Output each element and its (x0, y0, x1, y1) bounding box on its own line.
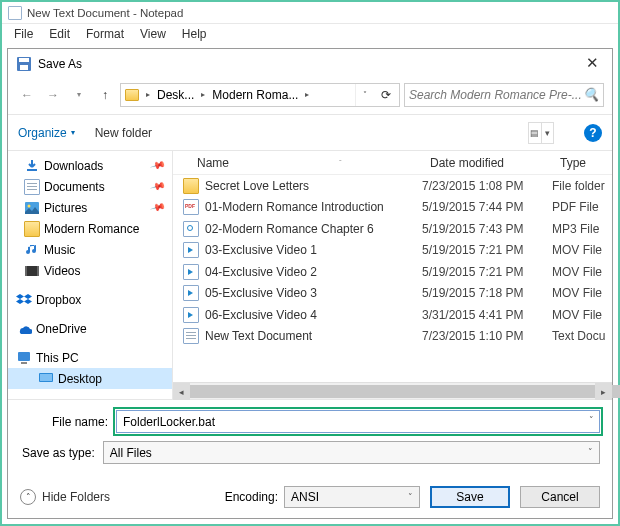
file-name: 04-Exclusive Video 2 (205, 265, 422, 279)
chevron-right-icon[interactable]: ▸ (143, 90, 153, 99)
address-dropdown[interactable]: ˅ (355, 84, 373, 106)
save-button[interactable]: Save (430, 486, 510, 508)
pictures-icon (24, 200, 40, 216)
horizontal-scrollbar[interactable]: ◂ ▸ (173, 382, 612, 399)
nav-back-button[interactable]: ← (16, 84, 38, 106)
sidebar-item-modern-romance[interactable]: Modern Romance (8, 218, 172, 239)
chevron-down-icon: ▾ (71, 128, 75, 137)
file-row[interactable]: 02-Modern Romance Chapter 65/19/2015 7:4… (173, 218, 612, 240)
sidebar-item-desktop[interactable]: Desktop (8, 368, 172, 389)
document-icon (24, 179, 40, 195)
hide-folders-button[interactable]: ˄ Hide Folders (20, 489, 110, 505)
filename-input[interactable] (116, 410, 600, 433)
mp3-icon (183, 221, 199, 237)
txt-icon (183, 328, 199, 344)
music-icon (24, 242, 40, 258)
view-mode-icon: ▤ (529, 123, 542, 143)
svg-rect-8 (18, 352, 30, 361)
sidebar-item-this-pc[interactable]: This PC (8, 347, 172, 368)
notepad-title: New Text Document - Notepad (27, 7, 183, 19)
sidebar-item-onedrive[interactable]: OneDrive (8, 318, 172, 339)
sidebar-item-pictures[interactable]: Pictures📌 (8, 197, 172, 218)
folder-icon (183, 178, 199, 194)
file-row[interactable]: 06-Exclusive Video 43/31/2015 4:41 PMMOV… (173, 304, 612, 326)
sidebar-item-documents[interactable]: Documents📌 (8, 176, 172, 197)
desktop-icon (38, 371, 54, 387)
column-name[interactable]: Nameˆ (189, 156, 422, 170)
nav-forward-button: → (42, 84, 64, 106)
cancel-button[interactable]: Cancel (520, 486, 600, 508)
mov-icon (183, 307, 199, 323)
menu-view[interactable]: View (132, 25, 174, 43)
path-segment[interactable]: Modern Roma... (208, 84, 302, 106)
this-pc-icon (16, 350, 32, 366)
file-row[interactable]: Secret Love Letters7/23/2015 1:08 PMFile… (173, 175, 612, 197)
close-button[interactable]: ✕ (572, 49, 612, 77)
encoding-select[interactable]: ANSI ˅ (284, 486, 420, 508)
file-name: 06-Exclusive Video 4 (205, 308, 422, 322)
menu-edit[interactable]: Edit (41, 25, 78, 43)
menu-format[interactable]: Format (78, 25, 132, 43)
mov-icon (183, 264, 199, 280)
mov-icon (183, 285, 199, 301)
file-list: Secret Love Letters7/23/2015 1:08 PMFile… (173, 175, 612, 382)
file-date: 5/19/2015 7:21 PM (422, 265, 552, 279)
chevron-down-icon: ˅ (588, 447, 593, 457)
chevron-up-icon: ˄ (20, 489, 36, 505)
refresh-button[interactable]: ⟳ (373, 84, 399, 106)
chevron-down-icon[interactable]: ˅ (589, 415, 594, 425)
path-segment[interactable]: Desk... (153, 84, 198, 106)
sidebar-item-music[interactable]: Music (8, 239, 172, 260)
scroll-right-button[interactable]: ▸ (595, 383, 612, 400)
download-icon (24, 158, 40, 174)
search-icon[interactable]: 🔍 (583, 87, 599, 102)
file-row[interactable]: 05-Exclusive Video 35/19/2015 7:18 PMMOV… (173, 283, 612, 305)
svg-rect-5 (25, 266, 39, 276)
save-as-icon (16, 56, 32, 72)
mov-icon (183, 242, 199, 258)
svg-rect-2 (20, 65, 28, 70)
file-date: 5/19/2015 7:44 PM (422, 200, 552, 214)
file-row[interactable]: 04-Exclusive Video 25/19/2015 7:21 PMMOV… (173, 261, 612, 283)
file-name: Secret Love Letters (205, 179, 422, 193)
file-row[interactable]: New Text Document7/23/2015 1:10 PMText D… (173, 326, 612, 348)
organize-button[interactable]: Organize ▾ (18, 126, 75, 140)
column-date[interactable]: Date modified (422, 156, 552, 170)
saveastype-select[interactable]: All Files ˅ (103, 441, 600, 464)
menu-help[interactable]: Help (174, 25, 215, 43)
file-type: Text Docu (552, 329, 612, 343)
file-row[interactable]: PDF01-Modern Romance Introduction5/19/20… (173, 197, 612, 219)
svg-rect-9 (21, 362, 27, 364)
svg-point-4 (28, 204, 31, 207)
file-name: 01-Modern Romance Introduction (205, 200, 422, 214)
notepad-icon (8, 6, 22, 20)
address-bar[interactable]: ▸ Desk... ▸ Modern Roma... ▸ ˅ ⟳ (120, 83, 400, 107)
sort-asc-icon: ˆ (339, 158, 342, 167)
scroll-thumb[interactable] (190, 385, 620, 398)
file-date: 5/19/2015 7:21 PM (422, 243, 552, 257)
nav-recent-dropdown[interactable]: ▾ (68, 84, 90, 106)
file-name: 05-Exclusive Video 3 (205, 286, 422, 300)
save-as-dialog: Save As ✕ ← → ▾ ↑ ▸ Desk... ▸ Modern Rom… (7, 48, 613, 519)
pdf-icon: PDF (183, 199, 199, 215)
sidebar-item-dropbox[interactable]: Dropbox (8, 289, 172, 310)
pin-icon: 📌 (150, 178, 169, 196)
column-type[interactable]: Type (552, 156, 612, 170)
file-row[interactable]: 03-Exclusive Video 15/19/2015 7:21 PMMOV… (173, 240, 612, 262)
file-type: MOV File (552, 265, 612, 279)
menu-file[interactable]: File (6, 25, 41, 43)
file-type: MP3 File (552, 222, 612, 236)
help-button[interactable]: ? (584, 124, 602, 142)
sidebar-item-downloads[interactable]: Downloads📌 (8, 155, 172, 176)
view-options-button[interactable]: ▤▾ (528, 122, 554, 144)
file-type: PDF File (552, 200, 612, 214)
new-folder-button[interactable]: New folder (95, 126, 152, 140)
chevron-right-icon[interactable]: ▸ (198, 90, 208, 99)
file-date: 5/19/2015 7:18 PM (422, 286, 552, 300)
search-box[interactable]: Search Modern Romance Pre-... 🔍 (404, 83, 604, 107)
nav-up-button[interactable]: ↑ (94, 84, 116, 106)
sidebar-item-videos[interactable]: Videos (8, 260, 172, 281)
file-type: MOV File (552, 308, 612, 322)
scroll-left-button[interactable]: ◂ (173, 383, 190, 400)
chevron-right-icon[interactable]: ▸ (302, 90, 312, 99)
